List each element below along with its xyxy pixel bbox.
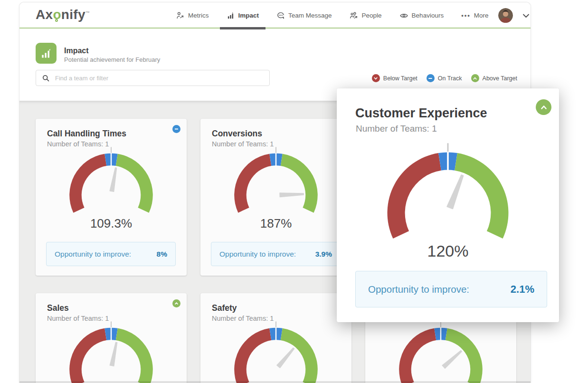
page-subtitle: Potential achievement for February bbox=[64, 56, 160, 63]
nav-item-behaviours[interactable]: Behaviours bbox=[399, 2, 444, 29]
trademark: ™ bbox=[85, 10, 90, 15]
opportunity-box: Opportunity to improve: 8% bbox=[46, 242, 176, 266]
nav-item-people[interactable]: People bbox=[350, 2, 382, 29]
nav-item-impact[interactable]: Impact bbox=[227, 2, 259, 29]
legend-on-track: On Track bbox=[427, 74, 462, 82]
more-icon: ••• bbox=[461, 12, 471, 19]
search-box bbox=[36, 70, 270, 86]
gauge-wrap: 120% bbox=[363, 134, 532, 254]
axonify-logo[interactable]: Axonify™ bbox=[36, 7, 90, 22]
impact-dashboard: Axonify™ Metrics Impact Team Message Peo… bbox=[0, 0, 588, 383]
above-target-icon bbox=[471, 74, 479, 82]
gauge-chart bbox=[218, 141, 334, 223]
below-target-icon bbox=[372, 74, 380, 82]
gauge-wrap bbox=[218, 315, 334, 383]
user-avatar[interactable] bbox=[498, 8, 513, 23]
page-title: Impact bbox=[64, 47, 89, 55]
gauge-wrap bbox=[383, 315, 499, 383]
card-conversions[interactable]: Conversions Number of Teams: 1 187% Oppo… bbox=[200, 119, 351, 276]
card-title: Safety bbox=[212, 303, 340, 313]
on-track-icon bbox=[427, 74, 435, 82]
top-nav-bar: Axonify™ Metrics Impact Team Message Peo… bbox=[19, 2, 531, 29]
status-badge-above-target bbox=[536, 99, 551, 115]
gauge-chart bbox=[363, 134, 532, 254]
gauge-chart bbox=[53, 315, 170, 383]
nav-item-metrics[interactable]: Metrics bbox=[176, 2, 209, 29]
gauge-chart bbox=[53, 141, 170, 223]
status-badge-above-target bbox=[172, 299, 180, 307]
opportunity-box: Opportunity to improve: 3.9% bbox=[211, 242, 341, 266]
metrics-icon bbox=[176, 11, 185, 20]
gauge-wrap: 187% bbox=[218, 141, 334, 223]
legend-above-target: Above Target bbox=[471, 74, 517, 82]
behaviours-icon bbox=[399, 11, 408, 20]
gauge-value: 120% bbox=[363, 242, 532, 260]
card-title: Sales bbox=[47, 303, 175, 313]
opportunity-box: Opportunity to improve: 2.1% bbox=[355, 271, 547, 307]
gauge-value: 109.3% bbox=[53, 216, 170, 231]
nav-menu: Metrics Impact Team Message People Behav… bbox=[176, 2, 522, 29]
opportunity-value: 8% bbox=[157, 250, 167, 259]
legend-below-target: Below Target bbox=[372, 74, 417, 82]
card-sales[interactable]: Sales Number of Teams: 1 bbox=[36, 293, 187, 383]
opportunity-value: 3.9% bbox=[315, 250, 332, 259]
impact-icon bbox=[227, 11, 235, 20]
card-subtitle: Number of Teams: 1 bbox=[356, 124, 559, 134]
card-call-handling-times[interactable]: Call Handling Times Number of Teams: 1 1… bbox=[36, 119, 187, 276]
logo-o: o bbox=[53, 7, 61, 22]
gauge-wrap bbox=[53, 315, 170, 383]
team-message-icon bbox=[276, 11, 285, 20]
gauge-wrap: 109.3% bbox=[53, 141, 170, 223]
gauge-chart bbox=[383, 315, 499, 383]
nav-right-group: ••• More bbox=[461, 2, 529, 29]
status-legend: Below Target On Track Above Target bbox=[372, 74, 517, 82]
search-input[interactable] bbox=[55, 70, 269, 86]
status-badge-on-track bbox=[172, 125, 180, 133]
card-customer-experience-expanded[interactable]: Customer Experience Number of Teams: 1 1… bbox=[337, 88, 559, 322]
card-safety[interactable]: Safety Number of Teams: 1 bbox=[200, 293, 351, 383]
impact-page-icon bbox=[36, 43, 57, 64]
gauge-chart bbox=[218, 315, 334, 383]
chevron-down-icon[interactable] bbox=[522, 13, 530, 18]
card-title: Customer Experience bbox=[355, 106, 531, 121]
search-icon bbox=[36, 74, 55, 82]
nav-item-more[interactable]: ••• More bbox=[461, 2, 488, 29]
nav-item-team-message[interactable]: Team Message bbox=[276, 2, 332, 29]
people-icon bbox=[350, 11, 359, 20]
card-title: Conversions bbox=[212, 129, 340, 139]
gauge-value: 187% bbox=[218, 216, 334, 231]
opportunity-value: 2.1% bbox=[511, 283, 534, 296]
card-title: Call Handling Times bbox=[47, 129, 175, 139]
